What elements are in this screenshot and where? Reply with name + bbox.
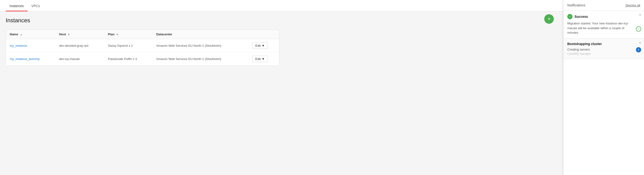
cell-host-1: dev-icy-macaw (55, 52, 104, 66)
info-status-icon: i (636, 47, 641, 52)
cell-plan-0: Sassy Squirrel x 1 (104, 39, 152, 52)
notifications-title: Notifications (567, 3, 585, 7)
dismiss-all-button[interactable]: Dismiss all (626, 3, 640, 7)
notification-header: Notifications Dismiss all (564, 0, 644, 11)
cell-datacenter-1: Amazon Web Services EU-North-1 (Stockhol… (152, 52, 248, 66)
edit-chevron-icon-1: ▼ (262, 57, 265, 61)
edit-chevron-icon-0: ▼ (262, 44, 265, 47)
tab-instances[interactable]: Instances (6, 1, 28, 11)
sort-name-icon: ▲ (20, 33, 22, 36)
notification-panel: Notifications Dismiss all ✓ Success × Mi… (563, 0, 644, 71)
table-row: my_instance dev-devoted-gray-ant Sassy S… (6, 39, 279, 52)
bootstrapping-card-title: Bootstrapping cluster (567, 42, 602, 46)
sort-host-icon: ⇅ (68, 33, 70, 36)
bootstrapping-card-body: Creating servers (567, 48, 640, 51)
col-plan[interactable]: Plan ⇅ (104, 30, 152, 39)
cell-name-0: my_instance (6, 39, 55, 52)
add-instance-button[interactable]: + (544, 14, 554, 24)
cell-name-1: my_instance_lavinmq (6, 52, 55, 66)
bootstrapping-card-subtitle: LavinMQ manager (567, 52, 640, 55)
edit-button-1[interactable]: Edit ▼ (252, 56, 268, 62)
table-header-row: Name ▲ Host ⇅ Plan ⇅ Datacenter (6, 30, 279, 39)
bootstrapping-card-header: Bootstrapping cluster (567, 42, 640, 46)
check-status-icon: ✓ (636, 26, 641, 31)
cell-datacenter-0: Amazon Web Services EU-North-1 (Stockhol… (152, 39, 248, 52)
edit-button-0[interactable]: Edit ▼ (252, 42, 268, 49)
cell-actions-1: Edit ▼ (248, 52, 279, 66)
cell-plan-1: Passionate Puffin x 3 (104, 52, 152, 66)
page-title: Instances (6, 17, 279, 24)
main-content: Instances Name ▲ Host ⇅ Plan ⇅ (0, 11, 285, 71)
cell-host-0: dev-devoted-gray-ant (55, 39, 104, 52)
instances-table: Name ▲ Host ⇅ Plan ⇅ Datacenter (6, 29, 279, 66)
success-card-title: Success (574, 15, 588, 18)
instance-link-1[interactable]: my_instance_lavinmq (10, 57, 40, 61)
instance-link-0[interactable]: my_instance (10, 44, 27, 47)
col-name[interactable]: Name ▲ (6, 30, 55, 39)
sort-plan-icon: ⇅ (116, 33, 118, 36)
col-actions (248, 30, 279, 39)
cell-actions-0: Edit ▼ (248, 39, 279, 52)
tab-vpcs[interactable]: VPCs (28, 1, 44, 11)
col-datacenter[interactable]: Datacenter (152, 30, 248, 39)
success-icon: ✓ (567, 14, 572, 19)
bootstrapping-close-button[interactable]: × (639, 41, 641, 45)
col-host[interactable]: Host ⇅ (55, 30, 104, 39)
table-row: my_instance_lavinmq dev-icy-macaw Passio… (6, 52, 279, 66)
success-close-button[interactable]: × (639, 13, 641, 17)
top-nav: Instances VPCs (0, 0, 644, 11)
success-notification-card: ✓ Success × Migration started. Your new … (564, 11, 644, 39)
bootstrapping-notification-card: Bootstrapping cluster × Creating servers… (564, 39, 644, 59)
success-card-header: ✓ Success (567, 14, 640, 19)
success-card-body: Migration started. Your new instance dev… (567, 21, 640, 35)
